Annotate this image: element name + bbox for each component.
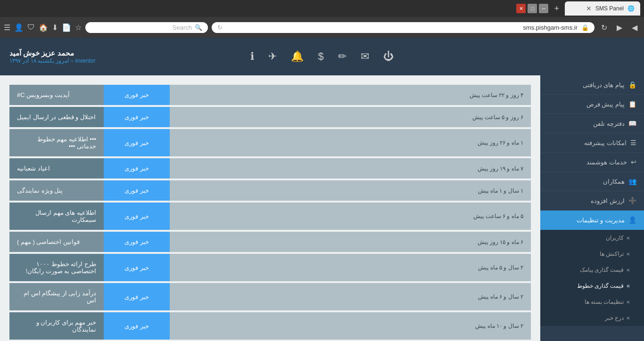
chevron-icon-6: » (627, 315, 630, 321)
table-row[interactable]: ۲ سال و ۶ ماه پیش خبر فوری درآمد زایی از… (9, 283, 531, 312)
sidebar-item-bundle-settings[interactable]: » تنظیمات بسته ها (540, 294, 644, 310)
news-time: ۲ سال و ۱۰ ماه پیش (170, 312, 531, 340)
power-icon[interactable]: ⏻ (383, 50, 394, 63)
download-icon[interactable]: ⬇ (52, 23, 58, 32)
sidebar-label-line-price: قیمت گذاری خطوط (577, 283, 624, 289)
sidebar-label-transactions: تراکنش ها (600, 251, 624, 257)
shield-icon[interactable]: 🛡 (27, 23, 35, 32)
table-row[interactable]: ۲ سال و ۱۰ ماه پیش خبر فوری خبر مهم برای… (9, 312, 531, 340)
news-time: ۲ سال و ۶ ماه پیش (170, 283, 531, 310)
sidebar: 🔒 پیام های دریافتی 📋 پیام پیش فرض 📖 دفتر… (540, 75, 644, 341)
address-bar[interactable]: 🔒 sms.pishgam-sms.ir ↻ (212, 22, 594, 33)
pencil-icon[interactable]: ✏ (338, 50, 347, 63)
tab-close-button[interactable]: ✕ (586, 5, 592, 12)
search-placeholder: Search (173, 24, 192, 31)
lock-icon: 🔒 (581, 24, 589, 31)
sidebar-item-users[interactable]: » کاربران (540, 230, 644, 246)
news-title: پنل ویژه نمایندگی (9, 180, 104, 201)
table-row[interactable]: ۷ ماه و ۱۹ روز پیش خبر فوری اعیاد شعبانی… (9, 158, 531, 180)
sidebar-label-inbox: پیام های دریافتی (583, 81, 625, 89)
send-icon[interactable]: ✈ (268, 50, 277, 63)
news-type: خبر فوری (104, 254, 170, 281)
news-type: خبر فوری (104, 283, 170, 310)
sidebar-item-partners[interactable]: 👥 همکاران (540, 172, 644, 191)
table-row[interactable]: ۴ روز و ۲۲ ساعت پیش خبر فوری آپدیت وبسرو… (9, 85, 531, 107)
reader-icon[interactable]: 📄 (62, 23, 71, 32)
sidebar-label-phonebook: دفترچه تلفن (593, 120, 625, 127)
news-type: خبر فوری (104, 203, 170, 230)
sidebar-item-smart[interactable]: ↩ خدمات هوشمند (540, 153, 644, 172)
user-info-panel: محمد عزیز خوش آمید inventor – امروز یکشن… (9, 49, 95, 64)
table-row[interactable]: ۶ روز و ۵ ساعت پیش خبر فوری اختلال و قطع… (9, 107, 531, 129)
chevron-icon-4: » (627, 283, 630, 289)
news-type: خبر فوری (104, 85, 170, 105)
news-title: طرح ارائه خطوط ۱۰۰۰ اختصاصی به صورت رایگ… (9, 254, 104, 281)
account-icon[interactable]: 👤 (14, 23, 24, 32)
phonebook-icon: 📖 (628, 120, 636, 127)
news-time: ۷ ماه و ۱۹ روز پیش (170, 158, 531, 179)
chevron-icon: » (627, 235, 630, 241)
app-container: 🔒 پیام های دریافتی 📋 پیام پیش فرض 📖 دفتر… (0, 75, 644, 341)
news-time: ۱ ماه و ۲۶ روز پیش (170, 129, 531, 156)
news-type: خبر فوری (104, 158, 170, 179)
news-time: ۱ سال و ۱ ماه پیش (170, 180, 531, 201)
news-time: ۶ روز و ۵ ساعت پیش (170, 107, 531, 127)
table-row[interactable]: ۵ ماه و ۶ ساعت پیش خبر فوری اطلاعیه های … (9, 203, 531, 232)
back-button[interactable]: ◀ (629, 22, 640, 33)
table-row[interactable]: ۱ ماه و ۲۶ روز پیش خبر فوری ••• اطلاعیه … (9, 129, 531, 158)
sidebar-item-line-price[interactable]: » قیمت گذاری خطوط (540, 278, 644, 294)
sidebar-item-transactions[interactable]: » تراکنش ها (540, 246, 644, 262)
sidebar-item-add-news[interactable]: » درج خبر (540, 310, 644, 326)
news-time: ۲ سال و ۵ ماه پیش (170, 254, 531, 281)
news-title: قوانین اختصاصی ( مهم ) (9, 232, 104, 252)
home-icon[interactable]: 🏠 (39, 23, 48, 32)
info-icon[interactable]: ℹ (250, 50, 254, 63)
separator: – (69, 57, 74, 64)
dollar-icon[interactable]: $ (318, 50, 323, 63)
window-close-button[interactable]: ✕ (516, 4, 526, 13)
bell-icon[interactable]: 🔔 (291, 50, 304, 63)
news-title: درآمد زایی از پیشگام اس ام اس (9, 283, 104, 310)
chevron-icon-3: » (627, 267, 630, 273)
url-text: sms.pishgam-sms.ir (226, 24, 578, 31)
tab-title: SMS Panel (595, 5, 624, 12)
new-tab-button[interactable]: + (550, 4, 563, 14)
window-maximize-button[interactable]: □ (528, 4, 537, 13)
news-title: آپدیت وبسرویس C# (9, 85, 104, 105)
browser-search-box[interactable]: 🔍 Search (85, 22, 208, 33)
table-row[interactable]: ۲ سال و ۵ ماه پیش خبر فوری طرح ارائه خطو… (9, 254, 531, 283)
sidebar-item-added-value[interactable]: ➕ ارزش افزوده (540, 191, 644, 211)
sidebar-item-inbox[interactable]: 🔒 پیام های دریافتی (540, 75, 644, 95)
advanced-icon: ☰ (630, 139, 636, 146)
smart-icon: ↩ (631, 158, 636, 166)
news-time: ۵ ماه و ۶ ساعت پیش (170, 203, 531, 230)
news-type: خبر فوری (104, 107, 170, 127)
added-value-icon: ➕ (628, 197, 636, 204)
forward-button[interactable]: ▶ (614, 22, 625, 33)
chevron-icon-2: » (627, 251, 630, 257)
management-icon: 👤 (628, 216, 636, 224)
bookmark-icon[interactable]: ☆ (75, 23, 82, 32)
sidebar-item-advanced[interactable]: ☰ امکانات پیشرفته (540, 133, 644, 153)
sidebar-label-smart: خدمات هوشمند (586, 159, 627, 166)
top-navigation: ⏻ ✉ ✏ $ 🔔 ✈ ℹ محمد عزیز خوش آمید invento… (0, 38, 644, 75)
reload-icon: ↻ (217, 24, 223, 31)
search-icon: 🔍 (195, 24, 202, 31)
sidebar-label-template: پیام پیش فرض (586, 101, 625, 108)
sidebar-item-template[interactable]: 📋 پیام پیش فرض (540, 95, 644, 114)
table-row[interactable]: ۶ ماه و ۱۵ روز پیش خبر فوری قوانین اختصا… (9, 232, 531, 254)
menu-icon[interactable]: ☰ (4, 23, 10, 32)
window-minimize-button[interactable]: ─ (539, 4, 548, 13)
table-row[interactable]: ۱ سال و ۱ ماه پیش خبر فوری پنل ویژه نمای… (9, 180, 531, 203)
news-title: ••• اطلاعیه مهم خطوط خدماتی ••• (9, 129, 104, 156)
sidebar-item-sms-price[interactable]: » قیمت گذاری پیامک (540, 262, 644, 278)
email-icon[interactable]: ✉ (361, 50, 369, 63)
news-title: اختلال و قطعی در ارسال ایمیل (9, 107, 104, 127)
sidebar-label-sms-price: قیمت گذاری پیامک (580, 267, 624, 273)
news-time: ۶ ماه و ۱۵ روز پیش (170, 232, 531, 252)
sidebar-item-management[interactable]: 👤 مدیریت و تنظیمات (540, 211, 644, 230)
browser-tab[interactable]: 🌐 SMS Panel ✕ (565, 1, 640, 16)
sidebar-item-phonebook[interactable]: 📖 دفترچه تلفن (540, 114, 644, 133)
refresh-button[interactable]: ↻ (598, 22, 610, 33)
chevron-icon-5: » (627, 299, 630, 305)
